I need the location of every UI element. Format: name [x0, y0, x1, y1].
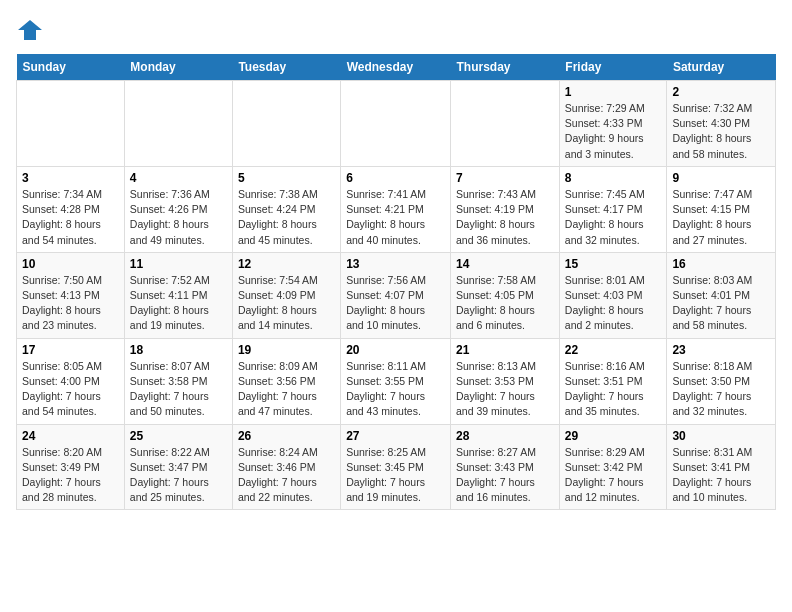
calendar-week-row: 24Sunrise: 8:20 AM Sunset: 3:49 PM Dayli… — [17, 424, 776, 510]
calendar-cell: 16Sunrise: 8:03 AM Sunset: 4:01 PM Dayli… — [667, 252, 776, 338]
day-info: Sunrise: 8:03 AM Sunset: 4:01 PM Dayligh… — [672, 273, 770, 334]
calendar-week-row: 1Sunrise: 7:29 AM Sunset: 4:33 PM Daylig… — [17, 81, 776, 167]
day-info: Sunrise: 7:36 AM Sunset: 4:26 PM Dayligh… — [130, 187, 227, 248]
logo-icon — [16, 16, 44, 44]
calendar-cell — [341, 81, 451, 167]
day-number: 29 — [565, 429, 662, 443]
day-info: Sunrise: 8:09 AM Sunset: 3:56 PM Dayligh… — [238, 359, 335, 420]
day-number: 13 — [346, 257, 445, 271]
weekday-header: Monday — [124, 54, 232, 81]
day-info: Sunrise: 7:54 AM Sunset: 4:09 PM Dayligh… — [238, 273, 335, 334]
day-info: Sunrise: 8:11 AM Sunset: 3:55 PM Dayligh… — [346, 359, 445, 420]
day-number: 1 — [565, 85, 662, 99]
day-info: Sunrise: 7:41 AM Sunset: 4:21 PM Dayligh… — [346, 187, 445, 248]
calendar-cell: 1Sunrise: 7:29 AM Sunset: 4:33 PM Daylig… — [559, 81, 667, 167]
day-number: 22 — [565, 343, 662, 357]
day-info: Sunrise: 8:24 AM Sunset: 3:46 PM Dayligh… — [238, 445, 335, 506]
day-info: Sunrise: 7:43 AM Sunset: 4:19 PM Dayligh… — [456, 187, 554, 248]
calendar-cell: 23Sunrise: 8:18 AM Sunset: 3:50 PM Dayli… — [667, 338, 776, 424]
day-number: 15 — [565, 257, 662, 271]
weekday-header: Tuesday — [232, 54, 340, 81]
day-number: 18 — [130, 343, 227, 357]
day-number: 4 — [130, 171, 227, 185]
day-info: Sunrise: 7:29 AM Sunset: 4:33 PM Dayligh… — [565, 101, 662, 162]
calendar-cell: 25Sunrise: 8:22 AM Sunset: 3:47 PM Dayli… — [124, 424, 232, 510]
calendar-cell: 14Sunrise: 7:58 AM Sunset: 4:05 PM Dayli… — [451, 252, 560, 338]
day-number: 21 — [456, 343, 554, 357]
day-info: Sunrise: 8:25 AM Sunset: 3:45 PM Dayligh… — [346, 445, 445, 506]
weekday-header: Thursday — [451, 54, 560, 81]
day-number: 27 — [346, 429, 445, 443]
day-number: 5 — [238, 171, 335, 185]
day-number: 12 — [238, 257, 335, 271]
calendar-cell: 21Sunrise: 8:13 AM Sunset: 3:53 PM Dayli… — [451, 338, 560, 424]
calendar-cell: 9Sunrise: 7:47 AM Sunset: 4:15 PM Daylig… — [667, 166, 776, 252]
day-number: 17 — [22, 343, 119, 357]
day-info: Sunrise: 8:29 AM Sunset: 3:42 PM Dayligh… — [565, 445, 662, 506]
day-info: Sunrise: 7:45 AM Sunset: 4:17 PM Dayligh… — [565, 187, 662, 248]
calendar-table: SundayMondayTuesdayWednesdayThursdayFrid… — [16, 54, 776, 510]
calendar-cell: 27Sunrise: 8:25 AM Sunset: 3:45 PM Dayli… — [341, 424, 451, 510]
calendar-cell: 15Sunrise: 8:01 AM Sunset: 4:03 PM Dayli… — [559, 252, 667, 338]
day-info: Sunrise: 7:52 AM Sunset: 4:11 PM Dayligh… — [130, 273, 227, 334]
weekday-header: Wednesday — [341, 54, 451, 81]
day-info: Sunrise: 8:01 AM Sunset: 4:03 PM Dayligh… — [565, 273, 662, 334]
calendar-cell: 17Sunrise: 8:05 AM Sunset: 4:00 PM Dayli… — [17, 338, 125, 424]
calendar-cell: 8Sunrise: 7:45 AM Sunset: 4:17 PM Daylig… — [559, 166, 667, 252]
svg-marker-0 — [18, 20, 42, 40]
calendar-cell: 4Sunrise: 7:36 AM Sunset: 4:26 PM Daylig… — [124, 166, 232, 252]
calendar-cell: 3Sunrise: 7:34 AM Sunset: 4:28 PM Daylig… — [17, 166, 125, 252]
day-number: 24 — [22, 429, 119, 443]
day-info: Sunrise: 8:07 AM Sunset: 3:58 PM Dayligh… — [130, 359, 227, 420]
calendar-week-row: 17Sunrise: 8:05 AM Sunset: 4:00 PM Dayli… — [17, 338, 776, 424]
day-info: Sunrise: 7:34 AM Sunset: 4:28 PM Dayligh… — [22, 187, 119, 248]
day-number: 9 — [672, 171, 770, 185]
weekday-header: Saturday — [667, 54, 776, 81]
calendar-cell: 28Sunrise: 8:27 AM Sunset: 3:43 PM Dayli… — [451, 424, 560, 510]
calendar-cell: 24Sunrise: 8:20 AM Sunset: 3:49 PM Dayli… — [17, 424, 125, 510]
calendar-cell: 30Sunrise: 8:31 AM Sunset: 3:41 PM Dayli… — [667, 424, 776, 510]
calendar-cell — [451, 81, 560, 167]
calendar-cell: 6Sunrise: 7:41 AM Sunset: 4:21 PM Daylig… — [341, 166, 451, 252]
day-number: 6 — [346, 171, 445, 185]
calendar-cell: 19Sunrise: 8:09 AM Sunset: 3:56 PM Dayli… — [232, 338, 340, 424]
day-info: Sunrise: 8:16 AM Sunset: 3:51 PM Dayligh… — [565, 359, 662, 420]
logo — [16, 16, 48, 44]
day-number: 2 — [672, 85, 770, 99]
calendar-cell: 18Sunrise: 8:07 AM Sunset: 3:58 PM Dayli… — [124, 338, 232, 424]
day-number: 20 — [346, 343, 445, 357]
day-number: 30 — [672, 429, 770, 443]
day-info: Sunrise: 8:27 AM Sunset: 3:43 PM Dayligh… — [456, 445, 554, 506]
calendar-cell: 13Sunrise: 7:56 AM Sunset: 4:07 PM Dayli… — [341, 252, 451, 338]
calendar-cell — [124, 81, 232, 167]
calendar-cell: 22Sunrise: 8:16 AM Sunset: 3:51 PM Dayli… — [559, 338, 667, 424]
day-number: 11 — [130, 257, 227, 271]
day-info: Sunrise: 8:05 AM Sunset: 4:00 PM Dayligh… — [22, 359, 119, 420]
calendar-cell: 2Sunrise: 7:32 AM Sunset: 4:30 PM Daylig… — [667, 81, 776, 167]
day-info: Sunrise: 8:18 AM Sunset: 3:50 PM Dayligh… — [672, 359, 770, 420]
day-info: Sunrise: 8:31 AM Sunset: 3:41 PM Dayligh… — [672, 445, 770, 506]
day-number: 26 — [238, 429, 335, 443]
calendar-cell: 29Sunrise: 8:29 AM Sunset: 3:42 PM Dayli… — [559, 424, 667, 510]
day-number: 10 — [22, 257, 119, 271]
day-info: Sunrise: 7:58 AM Sunset: 4:05 PM Dayligh… — [456, 273, 554, 334]
day-number: 28 — [456, 429, 554, 443]
weekday-header: Sunday — [17, 54, 125, 81]
day-info: Sunrise: 8:20 AM Sunset: 3:49 PM Dayligh… — [22, 445, 119, 506]
calendar-cell — [17, 81, 125, 167]
calendar-cell: 10Sunrise: 7:50 AM Sunset: 4:13 PM Dayli… — [17, 252, 125, 338]
day-info: Sunrise: 8:22 AM Sunset: 3:47 PM Dayligh… — [130, 445, 227, 506]
calendar-cell: 20Sunrise: 8:11 AM Sunset: 3:55 PM Dayli… — [341, 338, 451, 424]
calendar-cell: 11Sunrise: 7:52 AM Sunset: 4:11 PM Dayli… — [124, 252, 232, 338]
day-info: Sunrise: 7:56 AM Sunset: 4:07 PM Dayligh… — [346, 273, 445, 334]
weekday-header: Friday — [559, 54, 667, 81]
weekday-header-row: SundayMondayTuesdayWednesdayThursdayFrid… — [17, 54, 776, 81]
day-info: Sunrise: 7:50 AM Sunset: 4:13 PM Dayligh… — [22, 273, 119, 334]
day-number: 8 — [565, 171, 662, 185]
day-number: 19 — [238, 343, 335, 357]
day-number: 3 — [22, 171, 119, 185]
day-number: 16 — [672, 257, 770, 271]
calendar-cell: 5Sunrise: 7:38 AM Sunset: 4:24 PM Daylig… — [232, 166, 340, 252]
day-info: Sunrise: 7:47 AM Sunset: 4:15 PM Dayligh… — [672, 187, 770, 248]
calendar-cell: 12Sunrise: 7:54 AM Sunset: 4:09 PM Dayli… — [232, 252, 340, 338]
